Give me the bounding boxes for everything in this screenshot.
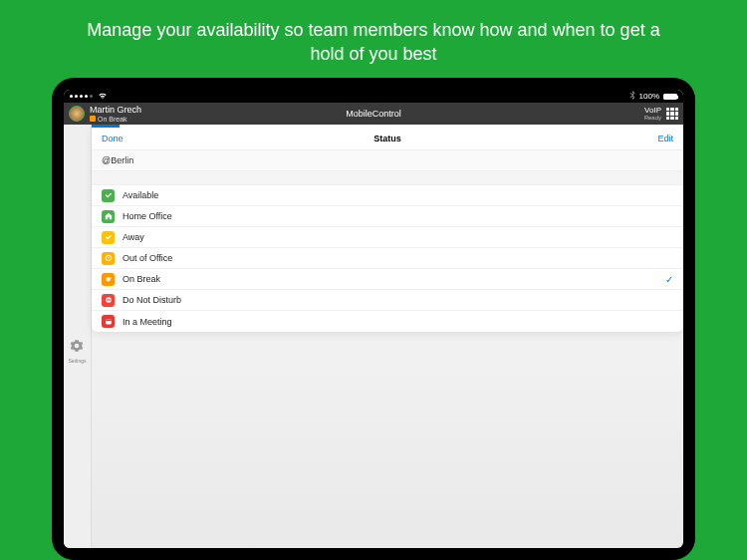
- selected-check-icon: ✓: [665, 274, 673, 285]
- screen: 100% Martin Grech On Break MobileControl…: [64, 90, 683, 548]
- avatar[interactable]: [69, 106, 85, 122]
- status-label: Available: [123, 190, 158, 200]
- panel-header: Done Status Edit: [92, 128, 683, 149]
- left-rail: Settings: [64, 125, 92, 548]
- location-row[interactable]: @Berlin: [92, 149, 683, 171]
- ios-status-bar: 100%: [64, 90, 683, 103]
- panel-title: Status: [374, 134, 401, 143]
- calendar-icon: [102, 315, 115, 328]
- status-label: Home Office: [123, 211, 172, 221]
- battery-icon: [663, 94, 677, 100]
- sidebar-item-settings[interactable]: Settings: [68, 339, 86, 364]
- app-header: Martin Grech On Break MobileControl VoIP…: [64, 103, 683, 125]
- status-label: Out of Office: [123, 253, 172, 263]
- status-label: On Break: [123, 274, 160, 284]
- user-status-text: On Break: [98, 116, 127, 123]
- status-panel: Done Status Edit @Berlin Available: [92, 125, 683, 332]
- bluetooth-icon: [629, 91, 635, 102]
- location-text: @Berlin: [102, 155, 133, 165]
- promo-text: Manage your availability so team members…: [0, 0, 747, 85]
- user-block[interactable]: Martin Grech On Break: [90, 106, 141, 123]
- status-row-in-a-meeting[interactable]: In a Meeting: [92, 311, 683, 332]
- wifi-icon: [98, 92, 108, 102]
- voip-state: Ready: [644, 115, 661, 121]
- cup-icon: [102, 273, 115, 286]
- status-row-away[interactable]: Away: [92, 227, 683, 248]
- clock-icon: [102, 252, 115, 265]
- status-label: Do Not Disturb: [123, 295, 181, 305]
- check-icon: [102, 231, 115, 244]
- status-row-out-of-office[interactable]: Out of Office: [92, 248, 683, 269]
- done-button[interactable]: Done: [102, 134, 124, 143]
- app-title: MobileControl: [346, 109, 401, 119]
- voip-label: VoIP: [644, 107, 661, 115]
- svg-rect-2: [107, 299, 111, 300]
- status-row-do-not-disturb[interactable]: Do Not Disturb: [92, 290, 683, 311]
- status-list: Available Home Office Away: [92, 185, 683, 332]
- status-row-home-office[interactable]: Home Office: [92, 206, 683, 227]
- edit-button[interactable]: Edit: [657, 134, 673, 143]
- status-row-on-break[interactable]: On Break ✓: [92, 269, 683, 290]
- svg-rect-4: [106, 319, 112, 320]
- gear-icon: [70, 339, 84, 357]
- user-name: Martin Grech: [90, 106, 141, 115]
- status-label: In a Meeting: [123, 317, 172, 327]
- voip-indicator[interactable]: VoIP Ready: [644, 107, 661, 121]
- signal-indicator: [70, 92, 108, 102]
- battery-percent: 100%: [639, 92, 659, 101]
- tablet-frame: 100% Martin Grech On Break MobileControl…: [52, 78, 695, 560]
- sidebar-item-label: Settings: [68, 358, 86, 364]
- status-label: Away: [123, 232, 144, 242]
- minus-icon: [102, 294, 115, 307]
- apps-grid-icon[interactable]: [666, 108, 678, 120]
- check-icon: [102, 189, 115, 202]
- status-color-icon: [90, 116, 96, 122]
- section-spacer: [92, 171, 683, 185]
- home-icon: [102, 210, 115, 223]
- status-row-available[interactable]: Available: [92, 185, 683, 206]
